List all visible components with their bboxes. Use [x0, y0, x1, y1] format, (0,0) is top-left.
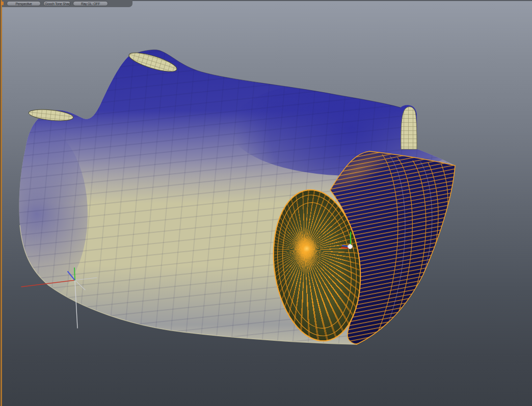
viewport-toolbar: Perspective Gooch Tone Shadin... Ray GL:… [0, 0, 132, 7]
shading-mode-button[interactable]: Gooch Tone Shadin... [43, 1, 71, 6]
view-type-button[interactable]: Perspective [7, 1, 41, 6]
fin-cap [401, 107, 417, 149]
hump-cap [28, 107, 74, 122]
active-viewport-stripe [1, 0, 2, 406]
raygl-toggle-button[interactable]: Ray GL: OFF [73, 1, 108, 6]
viewport-active-indicator-icon[interactable] [1, 2, 4, 5]
scene-canvas [0, 0, 532, 406]
viewport-3d[interactable]: Perspective Gooch Tone Shadin... Ray GL:… [0, 0, 532, 406]
